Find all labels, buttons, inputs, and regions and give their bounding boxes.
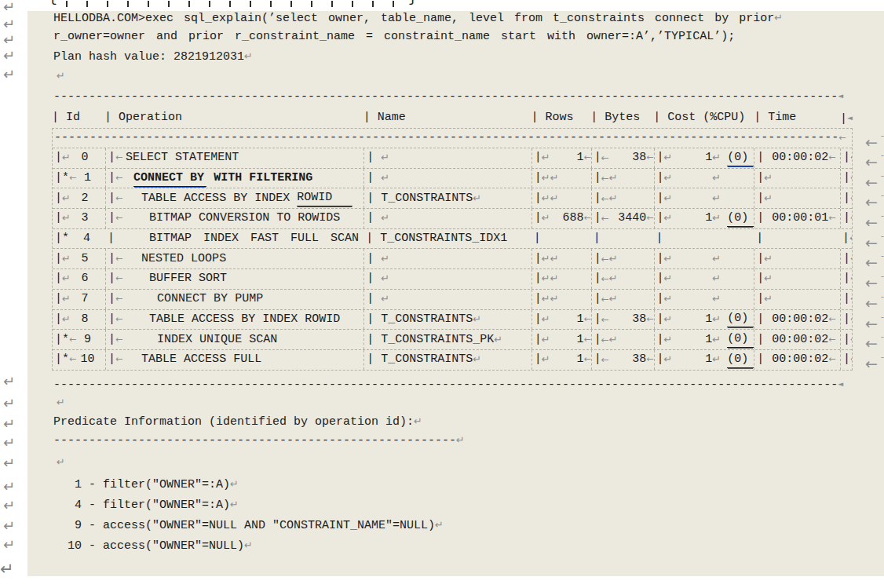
pipe-glyph: | [106,169,115,188]
pipe-glyph: | [532,269,542,288]
return-mark-icon: ↵ [712,310,721,329]
name-text: T_CONSTRAINTS_PK [381,331,494,349]
cell-cost: |↵1↵(0) [654,310,754,330]
cpu-percent-value: (0) [727,210,754,227]
sp [374,148,381,167]
pipe-glyph: | [106,189,115,208]
cell-end-mark-icon: ← [850,310,852,329]
pipe-glyph: | [53,189,62,208]
return-mark-icon: ↵ [230,499,239,510]
margin-return-icon: ↵ [3,417,15,431]
cost-value: 1 [672,310,712,329]
cell-end-mark-icon: ← [115,209,122,228]
cell-operation: |←CONNECT BY WITH FILTERING [105,169,363,188]
cell-end-mark-icon: ← [850,350,852,369]
pipe-glyph: | [53,310,62,329]
pipe-glyph: | [53,169,62,188]
row-end-arrow-icon: ← [865,256,878,268]
cell-id: |↵5 [53,249,105,268]
operation-text: BITMAP INDEX FAST FULL SCAN [149,229,359,248]
col-header-name: | Name [363,108,531,129]
pipe-glyph: | [53,331,62,349]
return-mark-icon: ↵ [712,350,721,369]
cell-name: | ↵ [363,169,531,188]
return-mark-icon: ↵ [473,310,481,329]
row-end-arrow-icon: ← [865,216,878,228]
cell-id: |↵2 [53,188,105,208]
rows-value: 1 [550,148,584,167]
cell-end-mark-icon: ← [115,250,122,268]
cell-time: |↵ [754,249,840,268]
cell-name: | ↵ [363,249,531,268]
margin-return-icon: ↵ [3,519,15,533]
pipe-glyph: | [106,290,115,309]
cell-cost: | [654,229,754,249]
return-mark-icon: ↵ [62,310,71,329]
pipe-glyph: | [53,250,62,268]
sp [374,350,381,369]
cell-name: | ↵ [363,148,531,168]
return-mark-icon: ↵ [62,148,71,167]
cell-end-mark-icon: ← [583,350,590,369]
cell-row-end: |← [840,330,852,349]
pipe-glyph: | [364,250,374,268]
rows-value: 1 [550,310,584,329]
cell-end-mark-icon: ← [828,209,835,228]
predicate-line-9: 9 - access(″OWNER″=NULL AND ″CONSTRAINT_… [53,516,444,535]
cell-cost: |↵↵ [654,269,754,289]
cost-value: 1 [672,209,712,228]
return-mark-icon: ↵ [764,290,773,309]
plan-row-2: |↵2|←TABLE ACCESS BY INDEX ROWID| T_CONS… [53,188,852,208]
return-mark-icon: ↵ [542,331,550,349]
clipped-open-brace: { [49,0,61,5]
pipe-glyph: | [592,331,601,349]
name-text: T_CONSTRAINTS [381,350,473,369]
cost-value: 1 [672,148,712,167]
cell-end-mark-icon: ← [115,331,122,349]
id-text: 6 [71,269,105,288]
line-end-mark-icon: ◄ [847,114,853,122]
cell-cost: |↵1↵(0) [654,209,754,228]
plan-row-7: |↵7|←CONNECT BY PUMP| ↵|↵↵|←↵|↵↵|↵|←← [53,289,852,309]
row-end-arrow-icon: ← [865,236,878,249]
clipped-top-line-end: } [408,0,421,7]
plan-row-10: |*←10|←TABLE ACCESS FULL| T_CONSTRAINTS↵… [53,349,852,370]
line-end-mark-icon: ◄ [838,92,843,100]
line-wrap-mark-icon: ← [601,169,609,188]
cell-cost: |↵↵ [654,249,754,268]
cell-rows: |↵↵ [531,249,591,268]
cell-row-end: |← [840,269,852,289]
return-mark-icon: ↵ [712,189,721,208]
return-mark-icon: ↵ [664,269,673,288]
pipe-glyph: | [592,310,601,329]
id-text: 7 [71,290,105,309]
return-mark-icon: ↵ [435,519,444,531]
return-mark-icon: ↵ [542,250,550,268]
pipe-glyph: | [754,229,763,248]
cell-id: |↵3 [53,209,105,228]
pipe-glyph: | [106,209,115,228]
plan-row-9: |*←9|←INDEX UNIQUE SCAN| T_CONSTRAINTS_P… [53,329,852,349]
margin-return-icon: ↵ [3,499,15,513]
return-mark-icon: ↵ [664,331,673,349]
clipped-top-line: { [49,0,61,7]
plan-row-0: |↵0|←SELECT STATEMENT| ↵|↵1←|←38←|↵1↵(0)… [53,148,852,168]
return-mark-icon: ↵ [664,310,673,329]
id-text: 5 [71,250,105,268]
cell-end-mark-icon: ← [849,229,852,248]
cell-bytes: |←38← [591,350,654,370]
predicate-heading: Predicate Information (identified by ope… [53,412,422,432]
rows-value: 688 [550,209,584,228]
pipe-glyph: | [531,229,541,248]
line-wrap-mark-icon: ← [601,148,609,167]
cell-end-mark-icon: ← [850,290,852,309]
pipe-glyph: | [106,250,115,268]
pipe-glyph: | [655,250,664,268]
cell-id: |↵7 [53,290,105,309]
cell-cost: |↵↵ [654,169,754,188]
cpu-percent-value: (0) [727,331,754,348]
sp [374,169,381,188]
return-mark-icon: ↵ [609,250,618,268]
return-mark-icon: ↵ [62,189,71,208]
cell-operation: |←BITMAP CONVERSION TO ROWIDS [105,209,363,228]
